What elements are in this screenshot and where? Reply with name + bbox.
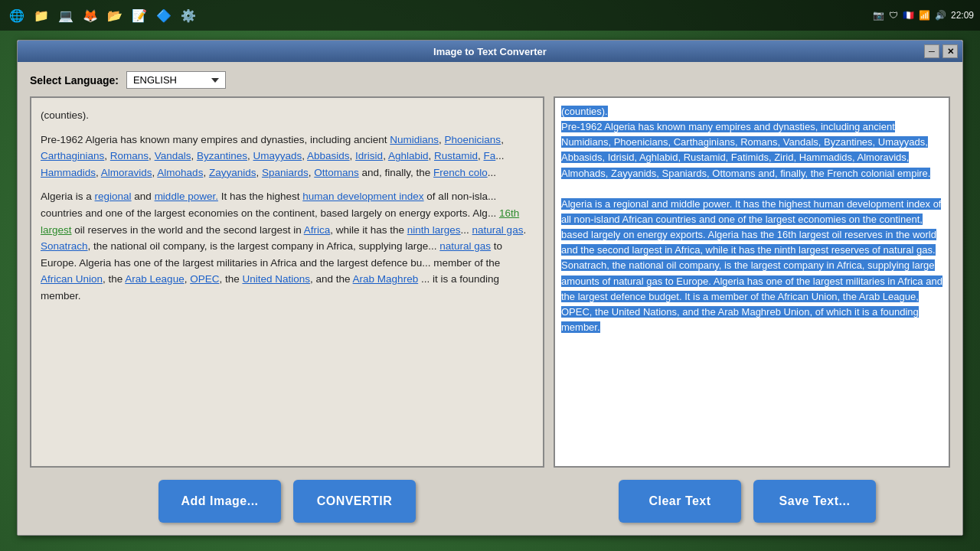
taskbar-icon-browser[interactable]: 🦊: [80, 5, 101, 26]
buttons-row: Add Image... CONVERTIR Clear Text Save T…: [30, 475, 950, 526]
taskbar-volume-icon: 🔊: [935, 10, 946, 21]
link-almoravids[interactable]: Almoravids: [101, 167, 152, 178]
link-abbasids[interactable]: Abbasids: [307, 150, 350, 161]
link-opec[interactable]: OPEC: [190, 273, 219, 285]
link-zayyanids[interactable]: Zayyanids: [209, 167, 256, 178]
convert-button[interactable]: CONVERTIR: [293, 480, 416, 523]
left-buttons-group: Add Image... CONVERTIR: [30, 480, 544, 523]
link-idrisid[interactable]: Idrisid: [355, 150, 383, 161]
clear-text-button[interactable]: Clear Text: [619, 480, 741, 523]
taskbar-icon-settings[interactable]: ⚙️: [178, 5, 199, 26]
taskbar-time: 22:09: [951, 10, 974, 21]
minimize-button[interactable]: ─: [924, 44, 939, 58]
right-buttons-group: Clear Text Save Text...: [544, 480, 950, 523]
panels-row: (counties). Pre-1962 Algeria has known m…: [30, 96, 950, 468]
link-natural-gas2[interactable]: natural gas: [439, 240, 491, 252]
left-paragraph-history: Pre-1962 Algeria has known many empires …: [41, 132, 534, 181]
titlebar: Image to Text Converter ─ ✕: [18, 41, 962, 62]
language-dropdown[interactable]: ENGLISH FRENCH SPANISH ARABIC GERMAN: [126, 71, 226, 89]
taskbar-icon-folder[interactable]: 📂: [104, 5, 126, 26]
save-text-button[interactable]: Save Text...: [753, 480, 876, 523]
taskbar-icon-files[interactable]: 📁: [31, 5, 52, 26]
taskbar-flag-icon: 🇫🇷: [903, 10, 914, 21]
link-numidians[interactable]: Numidians: [390, 134, 439, 145]
taskbar-camera-icon: 📷: [873, 10, 884, 21]
left-panel[interactable]: (counties). Pre-1962 Algeria has known m…: [30, 96, 544, 468]
ocr-output[interactable]: (counties). Pre-1962 Algeria has known m…: [555, 98, 949, 466]
window-content: Select Language: ENGLISH FRENCH SPANISH …: [18, 62, 962, 535]
taskbar-shield-icon: 🛡: [889, 10, 898, 21]
left-text-counties: (counties).: [41, 107, 534, 124]
link-french-colonial[interactable]: French colo: [433, 167, 488, 178]
add-image-button[interactable]: Add Image...: [158, 480, 281, 523]
link-african-union[interactable]: African Union: [41, 273, 103, 285]
window-title: Image to Text Converter: [24, 46, 956, 57]
taskbar-icon-terminal[interactable]: 💻: [55, 5, 77, 26]
taskbar-icon-text[interactable]: 📝: [129, 5, 150, 26]
taskbar: 🌐 📁 💻 🦊 📂 📝 🔷 ⚙️ 📷 🛡 🇫🇷 📶 🔊 22:09: [0, 0, 980, 31]
link-hdi[interactable]: human development index: [302, 191, 423, 202]
link-regional[interactable]: regional: [95, 191, 132, 202]
language-label: Select Language:: [30, 74, 119, 86]
ocr-line-counties: (counties).: [561, 106, 608, 117]
link-natural-gas[interactable]: natural gas: [472, 224, 524, 236]
link-sonatrach[interactable]: Sonatrach: [41, 240, 88, 252]
taskbar-icon-code[interactable]: 🔷: [153, 5, 175, 26]
window-controls: ─ ✕: [924, 44, 958, 58]
taskbar-icon-start[interactable]: 🌐: [6, 5, 28, 26]
link-aghlabid[interactable]: Aghlabid: [388, 150, 429, 161]
link-rustamid[interactable]: Rustamid: [434, 150, 478, 161]
link-hammadids[interactable]: Hammadids: [41, 167, 96, 178]
language-row: Select Language: ENGLISH FRENCH SPANISH …: [30, 71, 950, 89]
link-africa[interactable]: Africa: [304, 224, 331, 236]
right-panel[interactable]: (counties). Pre-1962 Algeria has known m…: [554, 96, 950, 468]
close-button[interactable]: ✕: [942, 44, 958, 58]
link-phoenicians[interactable]: Phoenicians: [445, 134, 501, 145]
link-romans[interactable]: Romans: [110, 150, 149, 161]
taskbar-right: 📷 🛡 🇫🇷 📶 🔊 22:09: [873, 10, 974, 21]
ocr-line-history: Pre-1962 Algeria has known many empires …: [561, 121, 930, 178]
link-almohads[interactable]: Almohads: [157, 167, 203, 178]
link-umayyads[interactable]: Umayyads: [253, 150, 302, 161]
link-arab-maghreb[interactable]: Arab Maghreb: [353, 273, 419, 285]
link-spaniards[interactable]: Spaniards: [262, 167, 309, 178]
link-arab-league[interactable]: Arab League: [125, 273, 184, 285]
left-paragraph-power: Algeria is a regional and middle power. …: [41, 188, 534, 304]
link-ninth[interactable]: ninth larges: [407, 224, 461, 236]
taskbar-wifi-icon: 📶: [919, 10, 930, 21]
link-un[interactable]: United Nations: [242, 273, 310, 285]
ocr-line-power: Algeria is a regional and middle power. …: [561, 198, 942, 333]
link-carthaginians[interactable]: Carthaginians: [41, 150, 104, 161]
link-middle-power[interactable]: middle power.: [155, 191, 218, 202]
link-ottomans[interactable]: Ottomans: [314, 167, 359, 178]
main-window: Image to Text Converter ─ ✕ Select Langu…: [17, 40, 963, 536]
link-fa[interactable]: Fa: [484, 150, 496, 161]
link-vandals[interactable]: Vandals: [155, 150, 191, 161]
link-byzantines[interactable]: Byzantines: [197, 150, 247, 161]
